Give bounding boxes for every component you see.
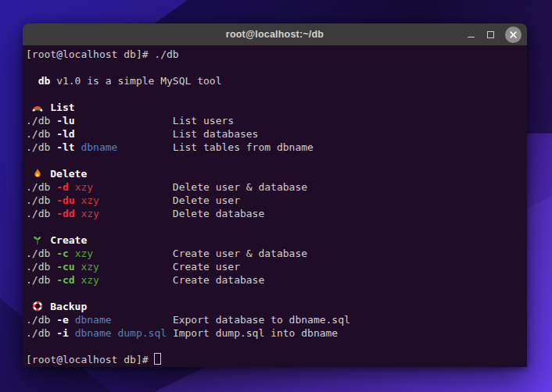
argument: dump.sql [117,327,167,339]
description: Create database [173,274,264,286]
description: Delete user & database [173,181,307,193]
window-titlebar[interactable]: root@localhost:~/db [23,23,527,45]
description: Export database to dbname.sql [173,314,350,326]
lifering-icon [32,301,45,312]
argument: dbname [81,141,117,153]
command: ./db [26,327,56,339]
text-segment [69,181,75,193]
prompt-command: [root@localhost db]# ./db [26,48,179,60]
description: List databases [173,128,259,140]
terminal-line: Create [26,233,527,247]
argument: xzy [81,261,99,273]
flag: -d [56,181,69,193]
command: ./db [26,314,56,326]
flag: -cu [56,261,74,273]
text-segment [117,141,172,153]
flag: -i [56,327,69,339]
terminal-line: Delete [26,167,527,180]
prompt: [root@localhost db]# [26,354,154,365]
argument: xzy [81,194,99,206]
argument: dbname [75,327,112,339]
text-segment [93,181,173,193]
command: ./db [26,274,56,286]
flag: -du [56,194,74,206]
section-title-list: List [50,102,74,113]
terminal-line: Backup [26,300,527,313]
text-segment [69,327,75,339]
argument: xzy [81,274,99,286]
window-controls [466,23,522,45]
terminal-line [26,220,527,233]
terminal-line: ./db -du xzy Delete user [26,194,527,207]
description: Create user & database [173,248,307,259]
command: ./db [26,208,56,219]
description: Create user [173,261,240,273]
terminal-line: [root@localhost db]# ./db [26,48,527,61]
text-segment [112,314,173,326]
section-title-delete: Delete [50,168,87,180]
flag: -c [56,248,69,259]
terminal-line: ./db -ld List databases [26,127,527,141]
close-icon [509,30,518,39]
terminal-cursor [154,353,161,365]
close-button[interactable] [505,27,522,43]
text-segment [93,248,173,259]
text-segment [99,208,173,219]
command: ./db [26,128,56,140]
terminal-line: [root@localhost db]# [26,353,527,366]
flag: -e [56,314,69,326]
description: Import dump.sql into dbname [173,327,338,339]
argument: dbname [75,314,112,326]
terminal-line: ./db -lu List users [26,114,527,127]
flag: -dd [56,208,74,219]
terminal-window: root@localhost:~/db [root@localhost db]#… [23,23,527,367]
text-segment [99,194,173,206]
text-segment [26,102,32,113]
terminal-line: List [26,101,527,114]
section-title-create: Create [50,234,87,246]
terminal-line [26,287,527,300]
text-segment [69,248,75,259]
terminal-screen[interactable]: [root@localhost db]# ./db db v1.0 is a s… [23,45,527,367]
description: Delete user [173,194,240,206]
rainbow-icon [32,102,45,112]
terminal-line: ./db -dd xzy Delete database [26,207,527,220]
argument: xzy [75,248,93,259]
minimize-button[interactable] [466,30,475,39]
terminal-line [26,340,527,353]
app-tagline: v1.0 is a simple MySQL tool [50,75,221,87]
argument: xzy [81,208,99,219]
terminal-line [26,154,527,167]
app-name: db [38,75,51,87]
terminal-line: ./db -lt dbname List tables from dbname [26,141,527,154]
maximize-button[interactable] [486,30,495,39]
text-segment [26,75,38,87]
terminal-line: ./db -i dbname dump.sql Import dump.sql … [26,326,527,340]
fire-icon [32,168,45,179]
command: ./db [26,261,56,273]
seedling-icon [32,234,45,245]
command: ./db [26,141,56,153]
terminal-line [26,61,527,74]
flag: -cd [56,274,74,286]
section-title-backup: Backup [50,301,87,312]
description: Delete database [173,208,264,219]
terminal-line: ./db -c xzy Create user & database [26,247,527,260]
description: List users [173,115,234,127]
text-segment [99,274,173,286]
terminal-line: db v1.0 is a simple MySQL tool [26,74,527,87]
command: ./db [26,115,56,127]
flag: -lt [56,141,74,153]
text-segment [75,115,173,127]
text-segment [75,128,173,140]
terminal-line: ./db -cd xzy Create database [26,273,527,287]
text-segment [26,301,32,312]
text-segment [167,327,173,339]
flag: -lu [56,115,74,127]
text-segment [99,261,173,273]
minimize-icon [468,37,475,37]
command: ./db [26,194,56,206]
command: ./db [26,248,56,259]
text-segment [26,168,32,180]
argument: xzy [75,181,93,193]
